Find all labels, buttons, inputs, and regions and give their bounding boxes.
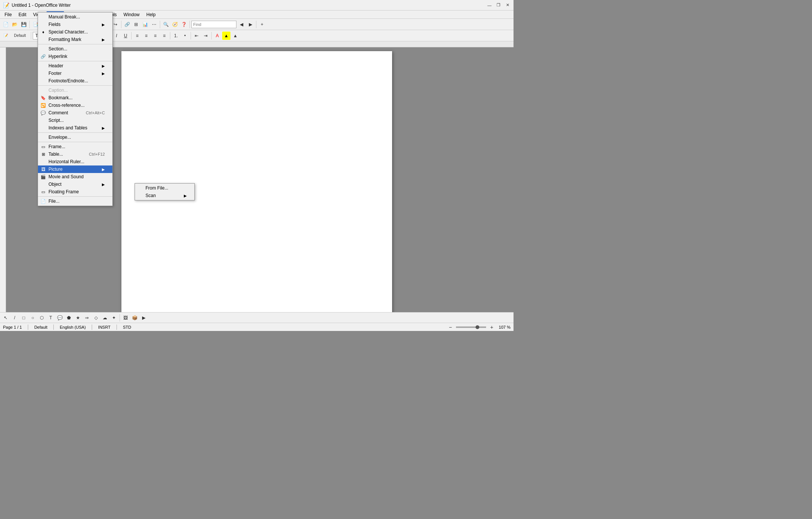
align-right-button[interactable]: ≡ bbox=[151, 32, 159, 40]
zoom-in-button[interactable]: + bbox=[488, 323, 496, 331]
section-icon bbox=[40, 46, 46, 52]
envelope-icon bbox=[40, 134, 46, 140]
menu-file-insert[interactable]: 📄 File... bbox=[38, 197, 112, 205]
title-controls: — ❐ ✕ bbox=[486, 2, 511, 8]
menu-fields[interactable]: Fields ▶ bbox=[38, 21, 112, 28]
find-replace-button[interactable]: 🔍 bbox=[162, 20, 170, 29]
callouts-button[interactable]: ☁ bbox=[101, 314, 109, 322]
justify-button[interactable]: ≡ bbox=[160, 32, 168, 40]
menu-frame[interactable]: ▭ Frame... bbox=[38, 143, 112, 150]
menu-edit[interactable]: Edit bbox=[15, 11, 29, 18]
menu-picture[interactable]: 🖼 Picture ▶ bbox=[38, 165, 112, 173]
insert-drawing-button[interactable]: 🖼 bbox=[121, 314, 130, 322]
menu-table-insert[interactable]: ⊞ Table... Ctrl+F12 bbox=[38, 150, 112, 158]
menu-manual-break[interactable]: Manual Break... bbox=[38, 13, 112, 21]
select-button[interactable]: ↖ bbox=[2, 314, 10, 322]
menu-file[interactable]: File bbox=[2, 11, 15, 18]
menu-movie-sound[interactable]: 🎬 Movie and Sound bbox=[38, 173, 112, 181]
menu-bookmark[interactable]: 🔖 Bookmark... bbox=[38, 94, 112, 102]
ellipse-button[interactable]: ○ bbox=[29, 314, 37, 322]
frame-icon: ▭ bbox=[40, 144, 46, 150]
block-arrows-button[interactable]: ⇒ bbox=[83, 314, 91, 322]
italic-button[interactable]: I bbox=[112, 32, 121, 40]
font-color-button[interactable]: A bbox=[213, 32, 221, 40]
zoom-out-button[interactable]: − bbox=[446, 323, 454, 331]
menu-indexes-tables[interactable]: Indexes and Tables ▶ bbox=[38, 124, 112, 132]
menu-object[interactable]: Object ▶ bbox=[38, 181, 112, 188]
rect-button[interactable]: □ bbox=[20, 314, 28, 322]
sep14 bbox=[191, 32, 191, 39]
picture-scan[interactable]: Scan ▶ bbox=[135, 192, 194, 199]
sep8 bbox=[256, 21, 256, 28]
app-icon: 📝 bbox=[3, 2, 9, 8]
polygon-button[interactable]: ⬡ bbox=[38, 314, 46, 322]
manual-break-icon bbox=[40, 14, 46, 20]
new-button[interactable]: 📄 bbox=[2, 20, 10, 29]
stars-button[interactable]: ✦ bbox=[110, 314, 118, 322]
menu-comment[interactable]: 💬 Comment Ctrl+Alt+C bbox=[38, 109, 112, 117]
menu-hyperlink[interactable]: 🔗 Hyperlink bbox=[38, 53, 112, 60]
symbol-shapes-button[interactable]: ★ bbox=[74, 314, 82, 322]
styles-button[interactable]: 📝 bbox=[2, 32, 10, 40]
find-prev-button[interactable]: ◀ bbox=[237, 20, 245, 29]
indent-less-button[interactable]: ⇤ bbox=[192, 32, 201, 40]
minimize-button[interactable]: — bbox=[486, 2, 492, 8]
maximize-button[interactable]: ❐ bbox=[495, 2, 501, 8]
sep-c bbox=[38, 85, 112, 86]
menu-cross-reference[interactable]: 🔁 Cross-reference... bbox=[38, 102, 112, 109]
status-sep3 bbox=[92, 325, 92, 330]
picture-from-file[interactable]: From File... bbox=[135, 184, 194, 192]
line-button[interactable]: / bbox=[11, 314, 19, 322]
underline-button[interactable]: U bbox=[121, 32, 130, 40]
menu-footer[interactable]: Footer ▶ bbox=[38, 70, 112, 77]
status-bar: Page 1 / 1 Default English (USA) INSRT S… bbox=[0, 323, 514, 331]
menu-help[interactable]: Help bbox=[143, 11, 159, 18]
menu-footnote[interactable]: Footnote/Endnote... bbox=[38, 77, 112, 85]
menu-caption[interactable]: Caption... bbox=[38, 86, 112, 94]
find-input[interactable] bbox=[191, 21, 236, 28]
menu-envelope[interactable]: Envelope... bbox=[38, 134, 112, 141]
flowchart-button[interactable]: ◇ bbox=[92, 314, 100, 322]
indent-more-button[interactable]: ⇥ bbox=[201, 32, 210, 40]
menu-window[interactable]: Window bbox=[121, 11, 143, 18]
close-button[interactable]: ✕ bbox=[504, 2, 511, 8]
default-style-button[interactable]: Default bbox=[11, 32, 29, 40]
menu-special-char[interactable]: ♦ Special Character... bbox=[38, 28, 112, 36]
align-center-button[interactable]: ≡ bbox=[142, 32, 150, 40]
table-button[interactable]: ⊞ bbox=[132, 20, 140, 29]
save-button[interactable]: 💾 bbox=[20, 20, 28, 29]
menu-formatting-mark[interactable]: Formatting Mark ▶ bbox=[38, 36, 112, 43]
navigator-button[interactable]: 🧭 bbox=[171, 20, 179, 29]
basic-shapes-button[interactable]: ⬟ bbox=[65, 314, 73, 322]
sep9 bbox=[31, 32, 31, 39]
callout-button[interactable]: 💬 bbox=[56, 314, 64, 322]
hyperlink-icon: 🔗 bbox=[40, 53, 46, 59]
char-bg-button[interactable]: ▲ bbox=[231, 32, 239, 40]
chart-button[interactable]: 📊 bbox=[141, 20, 149, 29]
help-button[interactable]: ❓ bbox=[180, 20, 188, 29]
more-drawing-button[interactable]: ▶ bbox=[139, 314, 148, 322]
text-button[interactable]: T bbox=[47, 314, 55, 322]
menu-horizontal-ruler[interactable]: Horizontal Ruler... bbox=[38, 158, 112, 165]
hyperlink-button[interactable]: 🔗 bbox=[123, 20, 131, 29]
menu-header[interactable]: Header ▶ bbox=[38, 62, 112, 70]
zoom-in-button[interactable]: + bbox=[258, 20, 266, 29]
page-info: Page 1 / 1 bbox=[3, 325, 22, 329]
open-button[interactable]: 📂 bbox=[11, 20, 19, 29]
more-button[interactable]: ⋯ bbox=[150, 20, 158, 29]
find-next-button[interactable]: ▶ bbox=[246, 20, 255, 29]
cross-reference-icon: 🔁 bbox=[40, 102, 46, 108]
align-left-button[interactable]: ≡ bbox=[133, 32, 141, 40]
object-icon bbox=[40, 181, 46, 187]
list-num-button[interactable]: 1. bbox=[172, 32, 180, 40]
sep5 bbox=[121, 21, 121, 28]
h-ruler-icon bbox=[40, 159, 46, 165]
list-bullet-button[interactable]: • bbox=[181, 32, 189, 40]
insert-textbox-button[interactable]: 📦 bbox=[130, 314, 139, 322]
menu-section[interactable]: Section... bbox=[38, 45, 112, 53]
status-sep4 bbox=[117, 325, 117, 330]
menu-floating-frame[interactable]: ▭ Floating Frame bbox=[38, 188, 112, 196]
zoom-slider[interactable] bbox=[456, 326, 486, 328]
menu-script[interactable]: Script... bbox=[38, 117, 112, 124]
highlight-button[interactable]: ▲ bbox=[222, 32, 230, 40]
